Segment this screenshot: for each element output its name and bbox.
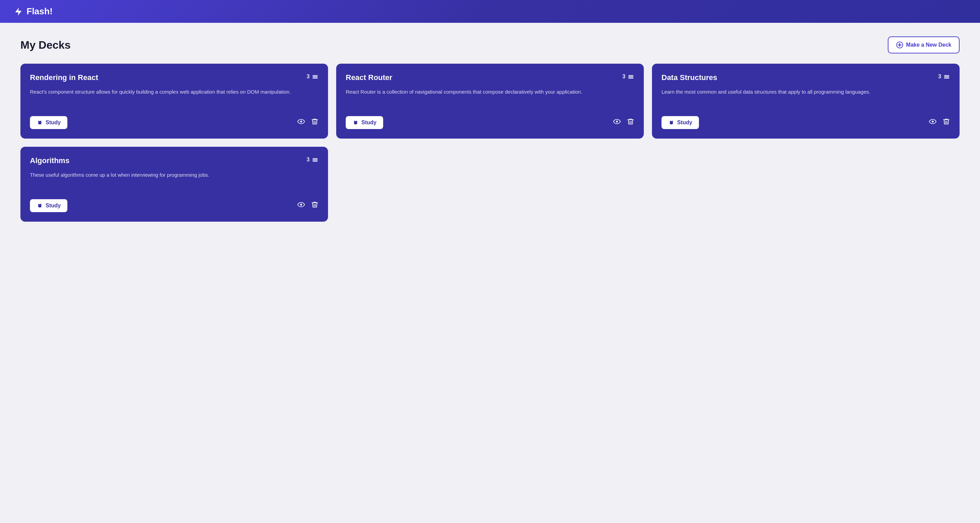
svg-rect-18	[313, 161, 318, 162]
svg-rect-10	[628, 78, 633, 79]
deck-grid: Rendering in React 3 React's component s…	[21, 64, 959, 222]
svg-rect-16	[313, 158, 318, 159]
svg-rect-5	[313, 77, 318, 78]
deck-title: React Router	[346, 73, 619, 82]
view-button[interactable]	[929, 118, 937, 128]
delete-button[interactable]	[943, 118, 950, 128]
view-button[interactable]	[298, 118, 305, 128]
deck-card-data-structures: Data Structures 3 Learn the most common …	[652, 64, 959, 139]
deck-card-react-router: React Router 3 React Router is a collect…	[336, 64, 644, 139]
deck-card-algorithms: Algorithms 3 These useful algorithms com…	[21, 147, 328, 222]
delete-button[interactable]	[311, 118, 318, 128]
deck-count: 3	[938, 73, 950, 80]
deck-title: Algorithms	[30, 156, 303, 165]
study-label: Study	[46, 203, 60, 209]
study-button[interactable]: Study	[662, 116, 699, 129]
study-label: Study	[677, 120, 692, 126]
app-title: Flash!	[27, 6, 53, 17]
book-icon	[668, 120, 675, 126]
deck-card-actions: Study	[346, 116, 634, 129]
card-action-icons	[298, 201, 318, 210]
svg-point-15	[932, 121, 934, 123]
study-label: Study	[46, 120, 60, 126]
eye-icon	[929, 118, 937, 125]
bolt-icon	[14, 7, 23, 16]
svg-rect-12	[944, 75, 950, 76]
deck-card-header: Algorithms 3	[30, 156, 318, 165]
delete-button[interactable]	[627, 118, 634, 128]
svg-point-11	[616, 121, 618, 123]
deck-description: These useful algorithms come up a lot wh…	[30, 171, 318, 193]
trash-icon	[311, 201, 318, 208]
deck-description: Learn the most common and useful data st…	[662, 88, 950, 110]
header-logo: Flash!	[14, 6, 53, 17]
new-deck-button[interactable]: Make a New Deck	[888, 37, 959, 53]
svg-rect-4	[313, 75, 318, 76]
page-title: My Decks	[21, 39, 71, 51]
plus-circle-icon	[896, 41, 904, 49]
card-action-icons	[613, 118, 634, 128]
eye-icon	[298, 201, 305, 208]
deck-card-rendering-in-react: Rendering in React 3 React's component s…	[21, 64, 328, 139]
deck-description: React Router is a collection of navigati…	[346, 88, 634, 110]
book-icon	[37, 203, 43, 209]
svg-rect-17	[313, 160, 318, 161]
eye-icon	[613, 118, 620, 125]
view-button[interactable]	[613, 118, 620, 128]
svg-rect-9	[628, 77, 633, 78]
book-icon	[353, 120, 359, 126]
study-button[interactable]: Study	[30, 199, 67, 212]
svg-marker-0	[15, 8, 22, 15]
deck-card-actions: Study	[30, 116, 318, 129]
deck-card-header: Rendering in React 3	[30, 73, 318, 82]
deck-card-header: Data Structures 3	[662, 73, 950, 82]
deck-title: Data Structures	[662, 73, 935, 82]
delete-button[interactable]	[311, 201, 318, 210]
app-header: Flash!	[0, 0, 980, 23]
svg-point-7	[300, 121, 302, 123]
trash-icon	[311, 118, 318, 125]
trash-icon	[627, 118, 634, 125]
svg-rect-14	[944, 78, 950, 79]
deck-card-header: React Router 3	[346, 73, 634, 82]
new-deck-label: Make a New Deck	[906, 42, 951, 48]
deck-description: React's component structure allows for q…	[30, 88, 318, 110]
deck-card-actions: Study	[662, 116, 950, 129]
study-button[interactable]: Study	[346, 116, 383, 129]
eye-icon	[298, 118, 305, 125]
deck-count: 3	[307, 156, 318, 163]
card-action-icons	[298, 118, 318, 128]
main-content: My Decks Make a New Deck Rendering in Re…	[0, 23, 980, 235]
cards-stack-icon	[627, 73, 634, 80]
page-header: My Decks Make a New Deck	[21, 37, 959, 53]
deck-count: 3	[622, 73, 634, 80]
study-button[interactable]: Study	[30, 116, 67, 129]
svg-rect-8	[628, 75, 633, 76]
trash-icon	[943, 118, 950, 125]
svg-rect-6	[313, 78, 318, 79]
deck-card-actions: Study	[30, 199, 318, 212]
cards-stack-icon	[312, 73, 318, 80]
cards-stack-icon	[943, 73, 950, 80]
svg-rect-13	[944, 77, 950, 78]
study-label: Study	[361, 120, 376, 126]
deck-title: Rendering in React	[30, 73, 303, 82]
cards-stack-icon	[312, 156, 318, 163]
svg-point-19	[300, 204, 302, 206]
view-button[interactable]	[298, 201, 305, 210]
deck-count: 3	[307, 73, 318, 80]
card-action-icons	[929, 118, 950, 128]
book-icon	[37, 120, 43, 126]
